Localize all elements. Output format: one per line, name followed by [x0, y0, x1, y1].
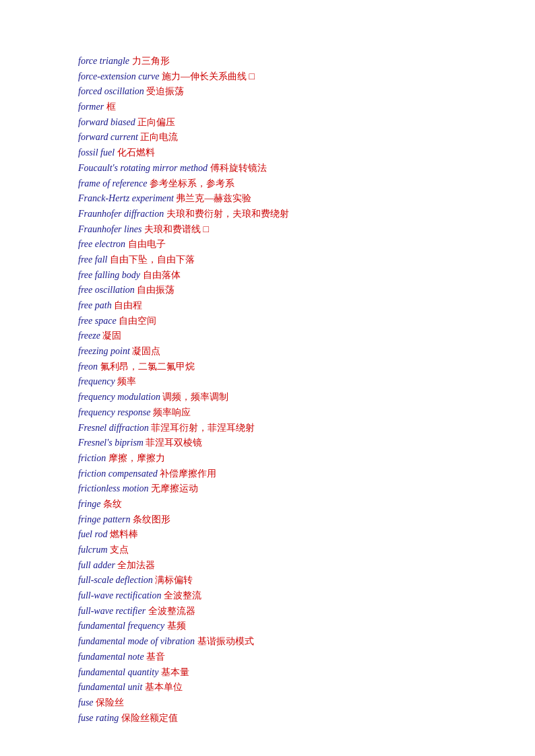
list-item: fundamental quantity 基本量	[78, 665, 457, 680]
list-item: full-wave rectification 全波整流	[78, 588, 457, 603]
list-item: frame of reference 参考坐标系，参考系	[78, 176, 457, 191]
entry-term: full-scale deflection	[78, 575, 155, 585]
entry-term: friction compensated	[78, 469, 160, 479]
entry-translation: 自由落体	[143, 270, 181, 280]
list-item: free oscillation 自由振荡	[78, 283, 457, 298]
entry-term: fundamental note	[78, 652, 146, 662]
list-item: fuel rod 燃料棒	[78, 527, 457, 542]
entry-term: freezing point	[78, 346, 132, 356]
entry-translation: 自由振荡	[137, 285, 175, 295]
list-item: frictionless motion 无摩擦运动	[78, 481, 457, 496]
entry-translation: 框	[106, 102, 116, 112]
entry-term: fuse rating	[78, 713, 121, 723]
list-item: Franck-Hertz experiment 弗兰克—赫兹实验	[78, 191, 457, 206]
list-item: fundamental mode of vibration 基谐振动模式	[78, 634, 457, 649]
entry-translation: 基音	[146, 652, 165, 662]
entry-term: freeze	[78, 331, 102, 341]
list-item: fuse rating 保险丝额定值	[78, 711, 457, 726]
list-item: friction 摩擦，摩擦力	[78, 451, 457, 466]
entry-term: Franck-Hertz experiment	[78, 193, 176, 203]
entry-translation: 调频，频率调制	[162, 392, 228, 402]
entry-term: free fall	[78, 254, 110, 265]
entry-translation: 自由空间	[119, 316, 156, 326]
entry-term: forward biased	[78, 117, 137, 127]
list-item: former 框	[78, 100, 457, 114]
entry-term: force-extension curve	[78, 71, 162, 81]
list-item: force triangle 力三角形	[78, 54, 457, 69]
entry-translation: 摩擦，摩擦力	[108, 453, 165, 463]
entry-term: free oscillation	[78, 285, 137, 295]
entry-translation: 条纹图形	[133, 514, 170, 524]
list-item: Fraunhofer diffraction 夫琅和费衍射，夫琅和费绕射	[78, 207, 457, 221]
entry-term: fuse	[78, 697, 96, 708]
list-item: friction compensated 补偿摩擦作用	[78, 467, 457, 481]
entry-translation: 保险丝	[96, 697, 124, 708]
entry-translation: 受迫振荡	[146, 86, 184, 96]
list-item: frequency modulation 调频，频率调制	[78, 390, 457, 405]
entry-term: frequency	[78, 376, 117, 386]
entry-term: frictionless motion	[78, 483, 151, 493]
entry-term: Fresnel's biprism	[78, 438, 146, 448]
entry-translation: 频率	[117, 376, 136, 386]
entry-translation: 菲涅耳衍射，菲涅耳绕射	[151, 423, 255, 433]
list-item: free space 自由空间	[78, 314, 457, 329]
list-item: fossil fuel 化石燃料	[78, 145, 457, 160]
list-item: frequency response 频率响应	[78, 405, 457, 420]
entry-translation: 正向电流	[140, 132, 178, 142]
entry-translation: 全波整流	[164, 590, 201, 600]
list-item: fundamental unit 基本单位	[78, 680, 457, 695]
entry-term: former	[78, 102, 106, 112]
entry-term: fuel rod	[78, 529, 110, 539]
entry-translation: 参考坐标系，参考系	[150, 178, 234, 188]
entry-term: freon	[78, 362, 100, 372]
list-item: free fall 自由下坠，自由下落	[78, 252, 457, 267]
list-item: fundamental frequency 基频	[78, 619, 457, 633]
entry-term: forced oscillation	[78, 86, 146, 96]
list-item: forward biased 正向偏压	[78, 115, 457, 130]
entry-term: force triangle	[78, 56, 132, 66]
entry-term: frequency modulation	[78, 392, 162, 402]
dictionary-entries: force triangle 力三角形force-extension curve…	[78, 54, 457, 725]
list-item: freezing point 凝固点	[78, 344, 457, 359]
entry-translation: 自由程	[114, 300, 142, 310]
entry-term: Fraunhofer diffraction	[78, 209, 166, 219]
list-item: free falling body 自由落体	[78, 268, 457, 283]
list-item: Fraunhofer lines 夫琅和费谱线 □	[78, 222, 457, 237]
entry-translation: 全波整流器	[148, 606, 195, 616]
entry-term: full-wave rectification	[78, 590, 164, 600]
entry-term: Fresnel diffraction	[78, 423, 151, 433]
list-item: full-scale deflection 满标偏转	[78, 573, 457, 588]
entry-translation: 正向偏压	[137, 117, 175, 127]
entry-translation: 基谐振动模式	[197, 636, 254, 646]
entry-term: forward current	[78, 132, 140, 142]
entry-translation: 支点	[110, 545, 129, 555]
entry-translation: 无摩擦运动	[151, 483, 198, 493]
list-item: fringe 条纹	[78, 497, 457, 512]
entry-translation: 夫琅和费衍射，夫琅和费绕射	[166, 209, 289, 219]
list-item: fringe pattern 条纹图形	[78, 512, 457, 527]
entry-term: fundamental quantity	[78, 667, 161, 677]
entry-term: frame of reference	[78, 178, 150, 188]
entry-translation: 施力—伸长关系曲线 □	[162, 71, 255, 81]
list-item: Fresnel diffraction 菲涅耳衍射，菲涅耳绕射	[78, 421, 457, 436]
list-item: forward current 正向电流	[78, 130, 457, 145]
entry-term: fundamental mode of vibration	[78, 636, 197, 646]
entry-term: fringe pattern	[78, 514, 133, 524]
entry-term: free path	[78, 300, 114, 310]
entry-term: fossil fuel	[78, 147, 117, 158]
entry-term: free falling body	[78, 270, 143, 280]
entry-term: fundamental frequency	[78, 621, 167, 631]
list-item: fuse 保险丝	[78, 695, 457, 710]
entry-term: Foucault's rotating mirror method	[78, 163, 210, 173]
list-item: force-extension curve 施力—伸长关系曲线 □	[78, 69, 457, 84]
entry-translation: 傅科旋转镜法	[210, 163, 267, 173]
list-item: fulcrum 支点	[78, 543, 457, 557]
entry-translation: 条纹	[103, 499, 122, 509]
entry-term: Fraunhofer lines	[78, 224, 144, 234]
entry-term: free space	[78, 316, 119, 326]
entry-term: friction	[78, 453, 108, 463]
entry-translation: 保险丝额定值	[121, 713, 178, 723]
list-item: free path 自由程	[78, 298, 457, 313]
list-item: freeze 凝固	[78, 329, 457, 343]
entry-translation: 满标偏转	[155, 575, 193, 585]
